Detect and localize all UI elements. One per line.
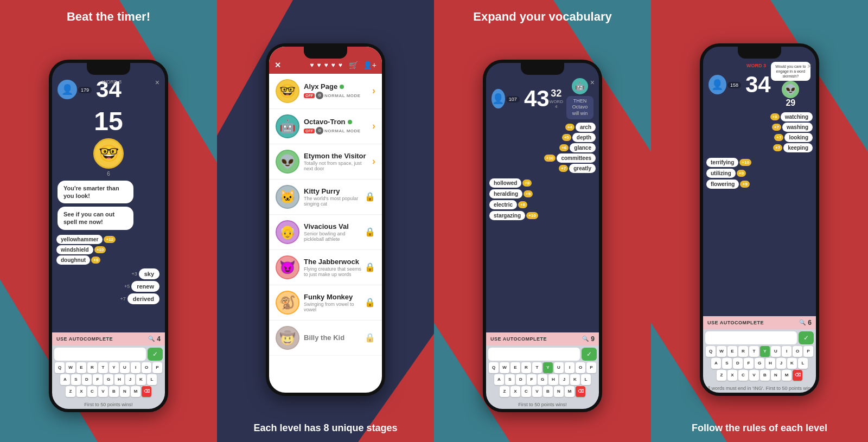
p3-key-backspace[interactable]: ⌫	[576, 386, 585, 397]
opponent-monkey[interactable]: 🐒 Funky Monkey Swinging from vowel to vo…	[269, 285, 382, 321]
key-o[interactable]: O	[142, 362, 151, 373]
p4-key-g[interactable]: G	[755, 358, 764, 369]
p1-keyboard[interactable]: ✓ Q W E R T Y U I O P	[52, 345, 165, 400]
p4-key-i[interactable]: I	[782, 346, 792, 357]
opponent-jabberwock[interactable]: 😈 The Jabberwock Flying creature that se…	[269, 250, 382, 285]
p4-key-h[interactable]: H	[765, 358, 775, 369]
p4-keyboard-input[interactable]	[705, 331, 797, 344]
p3-key-a[interactable]: A	[494, 374, 504, 385]
key-u[interactable]: U	[120, 362, 130, 373]
key-d[interactable]: D	[82, 374, 92, 385]
p4-key-j[interactable]: J	[776, 358, 786, 369]
p3-key-v[interactable]: V	[532, 386, 542, 397]
key-r[interactable]: R	[87, 362, 97, 373]
p3-key-s[interactable]: S	[505, 374, 515, 385]
key-g[interactable]: G	[104, 374, 113, 385]
key-x[interactable]: X	[76, 386, 86, 397]
opponent-etymon[interactable]: 👽 Etymon the Visitor Totally not from sp…	[269, 144, 382, 180]
p4-key-x[interactable]: X	[727, 370, 737, 381]
p4-key-r[interactable]: R	[738, 346, 748, 357]
key-f[interactable]: F	[93, 374, 103, 385]
opponent-billy[interactable]: 🤠 Billy the Kid 🔒	[269, 321, 382, 356]
p3-key-w[interactable]: W	[500, 362, 509, 373]
p4-key-m[interactable]: M	[782, 370, 792, 381]
opponent-alyx[interactable]: 🤓 Alyx Page OFF ⚙ NORMAL MODE	[269, 74, 382, 109]
key-k[interactable]: K	[136, 374, 146, 385]
p3-keyboard-check[interactable]: ✓	[582, 348, 597, 361]
key-t[interactable]: T	[98, 362, 108, 373]
p1-keyboard-input[interactable]	[54, 348, 146, 361]
p3-key-j[interactable]: J	[559, 374, 569, 385]
p3-key-x[interactable]: X	[510, 386, 520, 397]
key-c[interactable]: C	[87, 386, 97, 397]
p4-key-y[interactable]: Y	[760, 346, 770, 357]
p1-autocomplete-bar[interactable]: USE AUTOCOMPLETE 🔍 4	[52, 332, 165, 345]
p1-keyboard-check[interactable]: ✓	[148, 348, 163, 361]
p4-key-l[interactable]: L	[798, 358, 808, 369]
p3-key-c[interactable]: C	[521, 386, 531, 397]
p2-add-friend-icon[interactable]: 👤+	[363, 61, 376, 69]
p3-autocomplete-bar[interactable]: USE AUTOCOMPLETE 🔍 9	[486, 332, 599, 345]
p4-key-backspace[interactable]: ⌫	[793, 370, 802, 381]
opponent-val[interactable]: 👴 Vivacious Val Senior bowling and pickl…	[269, 215, 382, 250]
p1-close[interactable]: ×	[155, 78, 159, 87]
key-w[interactable]: W	[66, 362, 75, 373]
p4-key-w[interactable]: W	[717, 346, 726, 357]
key-e[interactable]: E	[76, 362, 86, 373]
p3-key-t[interactable]: T	[532, 362, 542, 373]
p4-key-v[interactable]: V	[749, 370, 759, 381]
p3-keyboard-input[interactable]	[488, 348, 580, 361]
p4-key-b[interactable]: B	[760, 370, 770, 381]
p3-key-f[interactable]: F	[527, 374, 537, 385]
p3-key-n[interactable]: N	[554, 386, 564, 397]
etymon-chevron[interactable]: ›	[372, 156, 375, 167]
p3-key-p[interactable]: P	[586, 362, 596, 373]
key-backspace[interactable]: ⌫	[142, 386, 151, 397]
p3-key-o[interactable]: O	[576, 362, 585, 373]
p3-key-r[interactable]: R	[521, 362, 531, 373]
p3-key-u[interactable]: U	[554, 362, 564, 373]
p3-key-y[interactable]: Y	[543, 362, 553, 373]
p3-key-q[interactable]: Q	[489, 362, 499, 373]
p3-close[interactable]: ×	[590, 78, 595, 87]
key-z[interactable]: Z	[66, 386, 75, 397]
p4-keyboard-check[interactable]: ✓	[799, 331, 814, 344]
octavo-chevron[interactable]: ›	[372, 120, 375, 132]
key-p[interactable]: P	[152, 362, 162, 373]
key-j[interactable]: J	[125, 374, 135, 385]
p4-key-k[interactable]: K	[787, 358, 797, 369]
key-y[interactable]: Y	[109, 362, 119, 373]
key-n[interactable]: N	[120, 386, 130, 397]
key-a[interactable]: A	[60, 374, 70, 385]
p3-key-e[interactable]: E	[510, 362, 520, 373]
p4-key-e[interactable]: E	[727, 346, 737, 357]
key-h[interactable]: H	[114, 374, 124, 385]
key-v[interactable]: V	[98, 386, 108, 397]
p4-key-o[interactable]: O	[793, 346, 802, 357]
p4-key-f[interactable]: F	[744, 358, 754, 369]
p4-key-a[interactable]: A	[711, 358, 721, 369]
p3-key-i[interactable]: I	[565, 362, 575, 373]
key-b[interactable]: B	[109, 386, 119, 397]
key-l[interactable]: L	[147, 374, 157, 385]
p4-key-n[interactable]: N	[771, 370, 781, 381]
alyx-chevron[interactable]: ›	[372, 85, 375, 97]
p3-key-m[interactable]: M	[565, 386, 575, 397]
p4-key-z[interactable]: Z	[717, 370, 726, 381]
p4-key-d[interactable]: D	[733, 358, 743, 369]
p2-close[interactable]: ✕	[275, 61, 281, 69]
p4-key-u[interactable]: U	[771, 346, 781, 357]
p4-key-s[interactable]: S	[722, 358, 732, 369]
p3-keyboard[interactable]: ✓ Q W E R T Y U I O P	[486, 345, 599, 400]
p3-key-k[interactable]: K	[570, 374, 580, 385]
p2-cart-icon[interactable]: 🛒	[349, 61, 358, 69]
opponent-octavo[interactable]: 🤖 Octavo-Tron OFF ⚙ NORMAL MODE	[269, 109, 382, 144]
p4-keyboard[interactable]: ✓ Q W E R T Y U I O P	[703, 329, 816, 384]
p3-key-d[interactable]: D	[516, 374, 526, 385]
key-m[interactable]: M	[131, 386, 141, 397]
key-q[interactable]: Q	[55, 362, 65, 373]
p4-key-t[interactable]: T	[749, 346, 759, 357]
key-s[interactable]: S	[71, 374, 81, 385]
p3-key-l[interactable]: L	[581, 374, 591, 385]
p3-key-h[interactable]: H	[548, 374, 558, 385]
